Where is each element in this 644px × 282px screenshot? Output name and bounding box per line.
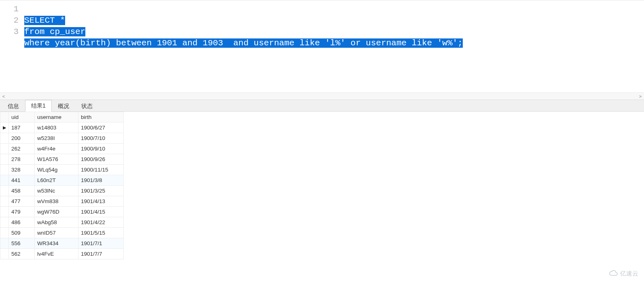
table-row[interactable]: 477wVm8381901/4/13 — [0, 196, 124, 207]
column-header-uid[interactable]: uid — [9, 112, 35, 123]
line-number: 2 — [0, 15, 19, 26]
cell-uid[interactable]: 556 — [9, 238, 35, 249]
row-marker — [0, 144, 9, 154]
cell-username[interactable]: w53lNc — [35, 186, 78, 196]
cell-uid[interactable]: 328 — [9, 165, 35, 175]
row-marker-header — [0, 112, 9, 123]
tab-result1[interactable]: 结果1 — [25, 100, 52, 112]
table-row[interactable]: 458w53lNc1901/3/25 — [0, 186, 124, 196]
cell-username[interactable]: w4Fr4e — [35, 144, 78, 154]
cell-birth[interactable]: 1901/7/1 — [78, 238, 124, 249]
row-marker — [0, 165, 9, 175]
cell-username[interactable]: L60n2T — [35, 175, 78, 186]
table-row[interactable]: 486wAbg581901/4/22 — [0, 217, 124, 228]
cell-birth[interactable]: 1901/4/22 — [78, 217, 124, 228]
cell-birth[interactable]: 1901/7/7 — [78, 249, 124, 259]
cell-username[interactable]: w5238I — [35, 133, 78, 144]
cell-username[interactable]: wVm838 — [35, 196, 78, 207]
cell-username[interactable]: wAbg58 — [35, 217, 78, 228]
scroll-left-icon[interactable]: < — [0, 93, 7, 100]
cell-username[interactable]: wgW76D — [35, 207, 78, 217]
row-marker — [0, 207, 9, 217]
table-row[interactable]: 278W1A5761900/9/26 — [0, 154, 124, 165]
table-row[interactable]: 262w4Fr4e1900/9/10 — [0, 144, 124, 154]
row-marker — [0, 228, 9, 238]
row-marker — [0, 238, 9, 249]
cell-username[interactable]: WR3434 — [35, 238, 78, 249]
row-marker: ▶ — [0, 123, 9, 133]
tab-profile[interactable]: 概况 — [52, 100, 75, 112]
scroll-right-icon[interactable]: > — [637, 93, 644, 100]
row-marker — [0, 154, 9, 165]
cell-username[interactable]: W1A576 — [35, 154, 78, 165]
watermark: 亿速云 — [609, 269, 638, 279]
code-line[interactable]: where year(birth) between 1901 and 1903 … — [24, 38, 463, 48]
cell-birth[interactable]: 1901/3/8 — [78, 175, 124, 186]
cell-birth[interactable]: 1901/4/13 — [78, 196, 124, 207]
cell-uid[interactable]: 479 — [9, 207, 35, 217]
column-header-username[interactable]: username — [35, 112, 78, 123]
table-row[interactable]: ▶187w148031900/6/27 — [0, 123, 124, 133]
results-table[interactable]: uid username birth ▶187w148031900/6/2720… — [0, 112, 124, 259]
row-marker — [0, 196, 9, 207]
cell-birth[interactable]: 1900/9/26 — [78, 154, 124, 165]
tab-info[interactable]: 信息 — [2, 100, 25, 112]
table-row[interactable]: 479wgW76D1901/4/15 — [0, 207, 124, 217]
column-header-birth[interactable]: birth — [78, 112, 124, 123]
table-header-row: uid username birth — [0, 112, 124, 123]
tab-status[interactable]: 状态 — [75, 100, 99, 112]
editor-code[interactable]: SELECT * from cp_user where year(birth) … — [24, 4, 463, 60]
line-number: 1 — [0, 4, 19, 15]
cell-uid[interactable]: 262 — [9, 144, 35, 154]
row-marker — [0, 217, 9, 228]
table-row[interactable]: 200w5238I1900/7/10 — [0, 133, 124, 144]
cell-uid[interactable]: 509 — [9, 228, 35, 238]
cell-uid[interactable]: 278 — [9, 154, 35, 165]
row-marker — [0, 186, 9, 196]
cell-username[interactable]: lv4FvE — [35, 249, 78, 259]
sql-editor[interactable]: 1 2 3 SELECT * from cp_user where year(b… — [0, 0, 644, 100]
cell-birth[interactable]: 1901/3/25 — [78, 186, 124, 196]
result-tabs: 信息 结果1 概况 状态 — [0, 100, 644, 112]
row-marker — [0, 249, 9, 259]
cell-uid[interactable]: 200 — [9, 133, 35, 144]
cell-birth[interactable]: 1901/4/15 — [78, 207, 124, 217]
code-line[interactable]: from cp_user — [24, 27, 85, 36]
row-marker — [0, 175, 9, 186]
cell-uid[interactable]: 562 — [9, 249, 35, 259]
cell-uid[interactable]: 187 — [9, 123, 35, 133]
cell-uid[interactable]: 477 — [9, 196, 35, 207]
cell-uid[interactable]: 441 — [9, 175, 35, 186]
cell-uid[interactable]: 458 — [9, 186, 35, 196]
cell-username[interactable]: w14803 — [35, 123, 78, 133]
code-line[interactable]: SELECT * — [24, 16, 65, 25]
table-row[interactable]: 328WLq54g1900/11/15 — [0, 165, 124, 175]
editor-horizontal-scrollbar[interactable]: < > — [0, 92, 644, 100]
cell-birth[interactable]: 1900/6/27 — [78, 123, 124, 133]
cell-birth[interactable]: 1900/9/10 — [78, 144, 124, 154]
table-row[interactable]: 562lv4FvE1901/7/7 — [0, 249, 124, 259]
cell-birth[interactable]: 1900/7/10 — [78, 133, 124, 144]
line-number: 3 — [0, 26, 19, 38]
cloud-icon — [609, 269, 618, 279]
cell-uid[interactable]: 486 — [9, 217, 35, 228]
table-row[interactable]: 441L60n2T1901/3/8 — [0, 175, 124, 186]
cell-birth[interactable]: 1901/5/15 — [78, 228, 124, 238]
row-marker — [0, 133, 9, 144]
scroll-track[interactable] — [7, 93, 637, 100]
table-row[interactable]: 509wnID571901/5/15 — [0, 228, 124, 238]
cell-username[interactable]: wnID57 — [35, 228, 78, 238]
editor-gutter: 1 2 3 — [0, 4, 24, 60]
cell-username[interactable]: WLq54g — [35, 165, 78, 175]
watermark-text: 亿速云 — [620, 270, 638, 278]
table-row[interactable]: 556WR34341901/7/1 — [0, 238, 124, 249]
results-grid[interactable]: uid username birth ▶187w148031900/6/2720… — [0, 112, 644, 282]
cell-birth[interactable]: 1900/11/15 — [78, 165, 124, 175]
